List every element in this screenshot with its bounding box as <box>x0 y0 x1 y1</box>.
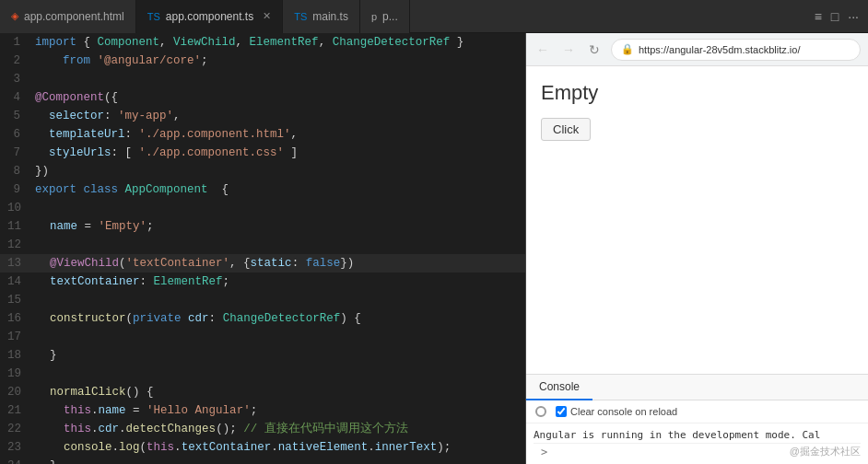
code-line-8: 8 }) <box>0 162 525 180</box>
preview-title: Empty <box>541 81 853 105</box>
tab-main-ts[interactable]: TS main.ts <box>283 0 360 33</box>
code-line-20: 20 normalClick() { <box>0 383 525 401</box>
code-line-6: 6 templateUrl: './app.component.html', <box>0 125 525 144</box>
code-line-11: 11 name = 'Empty'; <box>0 217 525 236</box>
code-line-5: 5 selector: 'my-app', <box>0 107 525 125</box>
code-line-13: 13 @ViewChild('textContainer', {static: … <box>0 254 525 273</box>
code-line-3: 3 <box>0 70 525 88</box>
code-line-4: 4 @Component({ <box>0 88 525 107</box>
code-line-15: 15 <box>0 291 525 309</box>
code-line-24: 24 } <box>0 457 525 464</box>
more-icon[interactable]: ··· <box>848 9 859 24</box>
code-line-1: 1 import { Component, ViewChild, Element… <box>0 33 525 52</box>
console-log-entry-1: Angular is running in the development mo… <box>534 427 861 444</box>
code-line-23: 23 console.log(this.textContainer.native… <box>0 438 525 457</box>
code-line-16: 16 constructor(private cdr: ChangeDetect… <box>0 309 525 328</box>
ts-icon-2: TS <box>294 11 307 22</box>
close-tab-icon[interactable]: ✕ <box>263 10 271 22</box>
tab-bar-actions: ≡ □ ··· <box>815 9 868 24</box>
p-icon: p <box>371 11 377 22</box>
console-tabs: Console <box>526 375 868 400</box>
code-line-14: 14 textContainer: ElementRef; <box>0 273 525 291</box>
code-line-19: 19 <box>0 365 525 383</box>
tab-label-main-ts: main.ts <box>312 10 348 23</box>
split-icon[interactable]: □ <box>831 9 839 24</box>
code-line-7: 7 styleUrls: [ './app.component.css' ] <box>0 144 525 162</box>
tab-label-app-html: app.component.html <box>24 10 124 23</box>
code-line-12: 12 <box>0 236 525 254</box>
stop-button[interactable] <box>534 404 548 419</box>
layout-icon[interactable]: ≡ <box>815 9 822 24</box>
tab-label-p: p... <box>382 10 398 23</box>
ts-icon-1: TS <box>147 11 160 22</box>
forward-button[interactable]: → <box>559 41 578 59</box>
main-area: 1 import { Component, ViewChild, Element… <box>0 33 868 464</box>
code-editor[interactable]: 1 import { Component, ViewChild, Element… <box>0 33 525 464</box>
url-text: https://angular-28v5dm.stackblitz.io/ <box>639 44 800 55</box>
console-tab[interactable]: Console <box>526 375 592 400</box>
code-line-9: 9 export class AppComponent { <box>0 180 525 199</box>
click-button[interactable]: Click <box>541 118 591 141</box>
back-button[interactable]: ← <box>534 41 552 59</box>
preview-content: Empty Click <box>526 66 868 374</box>
code-line-2: 2 from '@angular/core'; <box>0 52 525 70</box>
tab-app-html[interactable]: ◈ app.component.html <box>0 0 136 33</box>
clear-console-input[interactable] <box>556 406 567 417</box>
code-line-21: 21 this.name = 'Hello Angular'; <box>0 401 525 420</box>
preview-panel: ← → ↻ 🔒 https://angular-28v5dm.stackblit… <box>525 33 868 464</box>
console-toolbar: Clear console on reload <box>526 400 868 423</box>
watermark: @掘金技术社区 <box>790 445 861 458</box>
browser-bar: ← → ↻ 🔒 https://angular-28v5dm.stackblit… <box>526 33 868 66</box>
url-bar[interactable]: 🔒 https://angular-28v5dm.stackblitz.io/ <box>611 39 861 61</box>
stop-icon <box>535 406 546 417</box>
tab-app-ts[interactable]: TS app.component.ts ✕ <box>136 0 283 33</box>
code-line-18: 18 } <box>0 346 525 365</box>
code-line-22: 22 this.cdr.detectChanges(); // 直接在代码中调用… <box>0 420 525 438</box>
tab-label-app-ts: app.component.ts <box>166 10 253 23</box>
tab-bar: ◈ app.component.html TS app.component.ts… <box>0 0 868 33</box>
clear-console-checkbox[interactable]: Clear console on reload <box>556 406 677 417</box>
html-icon: ◈ <box>11 10 18 22</box>
tab-p[interactable]: p p... <box>360 0 410 33</box>
refresh-button[interactable]: ↻ <box>585 41 604 59</box>
lock-icon: 🔒 <box>621 43 634 55</box>
clear-console-label: Clear console on reload <box>570 406 677 417</box>
code-line-10: 10 <box>0 199 525 217</box>
code-line-17: 17 <box>0 328 525 346</box>
